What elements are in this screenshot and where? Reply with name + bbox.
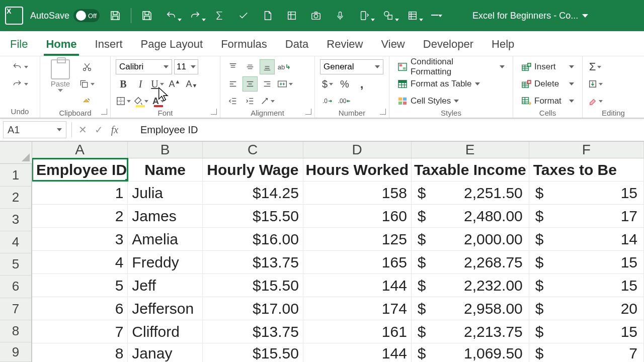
font-size-select[interactable]: 11 [174, 59, 198, 74]
cell-f8[interactable]: $15 [529, 320, 644, 343]
name-box[interactable]: A1 [3, 121, 66, 138]
cell-d3[interactable]: 160 [303, 205, 412, 227]
cell-c3[interactable]: $15.50 [203, 205, 303, 227]
format-as-table-button[interactable]: Format as Table [394, 76, 508, 92]
col-header-e[interactable]: E [412, 142, 529, 158]
save-as-icon[interactable] [138, 7, 155, 24]
tab-help[interactable]: Help [490, 34, 516, 56]
camera-icon[interactable] [307, 7, 325, 24]
cell-e5[interactable]: $2,268.75 [412, 251, 529, 274]
redo-button[interactable] [11, 76, 29, 92]
autosum-icon[interactable] [211, 7, 228, 24]
comma-button[interactable]: , [354, 76, 369, 92]
cell-c2[interactable]: $14.25 [203, 182, 303, 204]
align-right-button[interactable] [260, 76, 275, 92]
pivot-icon[interactable] [283, 7, 300, 24]
font-name-select[interactable]: Calibri [116, 59, 172, 74]
cell-a3[interactable]: 2 [32, 205, 128, 227]
row-header-1[interactable]: 1 [0, 164, 32, 186]
formula-input[interactable]: Employee ID [125, 124, 641, 136]
cell-e3[interactable]: $2,480.00 [412, 205, 529, 227]
align-bottom-button[interactable] [260, 59, 275, 74]
autosum-ribbon-button[interactable]: Σ [588, 59, 603, 74]
cell-b8[interactable]: Clifford [128, 320, 203, 343]
fx-icon[interactable]: fx [109, 124, 120, 135]
accounting-button[interactable]: $ [320, 76, 335, 92]
form-icon[interactable] [404, 7, 421, 24]
percent-button[interactable]: % [337, 76, 352, 92]
cell-a2[interactable]: 1 [32, 182, 128, 204]
autosave-control[interactable]: AutoSave Off [30, 9, 100, 22]
cell-b2[interactable]: Julia [128, 182, 203, 204]
cell-f5[interactable]: $15 [529, 251, 644, 274]
conditional-formatting-button[interactable]: Conditional Formatting [394, 59, 508, 74]
cell-f4[interactable]: $14 [529, 228, 644, 250]
tab-file[interactable]: File [8, 34, 30, 56]
row-header-7[interactable]: 7 [0, 298, 32, 320]
save-icon[interactable] [107, 7, 124, 24]
cell-styles-button[interactable]: Cell Styles [394, 94, 508, 109]
align-top-button[interactable] [225, 59, 240, 74]
align-center-button[interactable] [243, 76, 258, 92]
col-header-d[interactable]: D [303, 142, 412, 158]
align-middle-button[interactable] [243, 59, 258, 74]
format-painter-button[interactable] [79, 94, 95, 109]
document-title[interactable]: Excel for Beginners - Co... [472, 11, 588, 21]
cell-e1[interactable]: Taxable Income [412, 158, 529, 181]
increase-font-button[interactable]: A▲ [167, 76, 182, 92]
tab-home[interactable]: Home [44, 34, 78, 56]
mic-icon[interactable] [332, 7, 349, 24]
row-header-3[interactable]: 3 [0, 209, 32, 231]
cell-d5[interactable]: 165 [303, 251, 412, 274]
font-launcher[interactable] [211, 109, 217, 115]
cell-b6[interactable]: Jeff [128, 274, 203, 297]
row-header-9[interactable]: 9 [0, 342, 32, 362]
clear-button[interactable] [588, 94, 603, 109]
cell-a4[interactable]: 3 [32, 228, 128, 250]
cell-a8[interactable]: 7 [32, 320, 128, 343]
cell-d1[interactable]: Hours Worked [303, 158, 412, 181]
format-cells-button[interactable]: Format [518, 94, 577, 109]
cell-f7[interactable]: $20 [529, 297, 644, 320]
insert-cells-button[interactable]: Insert [518, 59, 577, 74]
col-header-b[interactable]: B [128, 142, 202, 158]
cell-c7[interactable]: $17.00 [203, 297, 303, 320]
cell-b4[interactable]: Amelia [128, 228, 203, 250]
cell-e2[interactable]: $2,251.50 [412, 182, 529, 204]
delete-cells-button[interactable]: Delete [518, 76, 577, 92]
cell-c9[interactable]: $15.50 [203, 343, 303, 362]
shapes-icon[interactable] [380, 7, 397, 24]
tab-insert[interactable]: Insert [93, 34, 125, 56]
cell-a5[interactable]: 4 [32, 251, 128, 274]
paste-button[interactable]: Paste [45, 59, 75, 92]
undo-button[interactable] [11, 59, 29, 74]
cell-c5[interactable]: $13.75 [203, 251, 303, 274]
cell-e8[interactable]: $2,213.75 [412, 320, 529, 343]
tab-page-layout[interactable]: Page Layout [139, 34, 205, 56]
cell-b3[interactable]: James [128, 205, 203, 227]
row-header-8[interactable]: 8 [0, 320, 32, 342]
tab-developer[interactable]: Developer [421, 34, 475, 56]
cell-b9[interactable]: Janay [128, 343, 203, 362]
italic-button[interactable]: I [133, 76, 148, 92]
cell-a6[interactable]: 5 [32, 274, 128, 297]
cell-d6[interactable]: 144 [303, 274, 412, 297]
fill-button[interactable] [588, 76, 603, 92]
row-header-2[interactable]: 2 [0, 187, 32, 209]
cell-d9[interactable]: 144 [303, 343, 412, 362]
cell-b5[interactable]: Freddy [128, 251, 203, 274]
col-header-c[interactable]: C [203, 142, 303, 158]
decrease-font-button[interactable]: A▼ [184, 76, 199, 92]
cell-a1[interactable]: Employee ID [32, 158, 128, 181]
merge-button[interactable] [277, 76, 293, 92]
cell-c4[interactable]: $16.00 [203, 228, 303, 250]
cell-e6[interactable]: $2,232.00 [412, 274, 529, 297]
cell-f9[interactable]: $7 [529, 343, 644, 362]
cell-d7[interactable]: 174 [303, 297, 412, 320]
cancel-formula-icon[interactable]: ✕ [77, 124, 88, 135]
orientation-button[interactable] [260, 94, 275, 109]
number-format-select[interactable]: General [320, 59, 383, 74]
decrease-decimal-button[interactable]: .00 [337, 94, 352, 109]
cell-c8[interactable]: $13.75 [203, 320, 303, 343]
cell-f2[interactable]: $15 [529, 182, 644, 204]
